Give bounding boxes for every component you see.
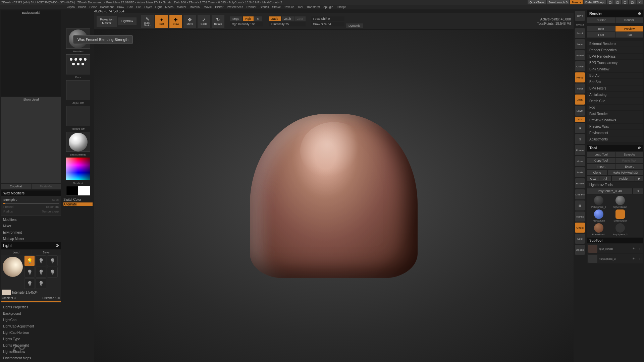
tool-thumb[interactable]: PolySphere_3 — [589, 196, 609, 208]
menu-render[interactable]: Render — [247, 5, 257, 9]
nav-button[interactable]: ◉ — [575, 123, 585, 133]
light-slot-4[interactable] — [24, 267, 35, 278]
paint-icon[interactable]: ▢ — [639, 257, 642, 260]
menu-stroke[interactable]: Stroke — [272, 5, 281, 9]
goz-r-button[interactable]: R — [635, 176, 643, 181]
light-slot-1[interactable] — [24, 255, 35, 266]
intensity-slider[interactable]: Intensity 1.54534 — [12, 291, 38, 294]
menu-material[interactable]: Material — [190, 5, 200, 9]
goz-button[interactable]: GoZ — [587, 176, 599, 181]
light-save-button[interactable]: Save — [32, 250, 61, 255]
pastemat-button[interactable]: PasteMat — [32, 184, 61, 189]
environment-item[interactable]: Environment — [587, 130, 643, 136]
menu-picker[interactable]: Picker — [215, 5, 223, 9]
window-close-icon[interactable]: ✕ — [637, 0, 643, 4]
light-direction-sphere[interactable] — [3, 257, 23, 277]
quick-sketch-button[interactable]: ✎Quick Sketch — [141, 15, 154, 28]
window-icon[interactable]: ▢ — [622, 0, 628, 4]
copy-tool-button[interactable]: Copy Tool — [587, 158, 615, 163]
tool-thumb[interactable]: SimpleBrush — [610, 209, 630, 222]
radius-slider[interactable]: Radius — [3, 210, 13, 213]
bpr-filters-item[interactable]: BPR Filters — [587, 85, 643, 91]
scale-view-button[interactable]: Scale — [575, 167, 585, 177]
matcap-maker-section[interactable]: Matcap Maker — [1, 236, 61, 242]
light-slot-6[interactable] — [47, 267, 58, 278]
menu-marker[interactable]: Marker — [177, 5, 186, 9]
menu-layer[interactable]: Layer — [144, 5, 152, 9]
modifiers-section[interactable]: Modifiers — [1, 217, 61, 223]
xpose-button[interactable]: Xpose — [575, 245, 585, 255]
floor-button[interactable]: Floor — [575, 83, 585, 94]
preview-shadows-item[interactable]: Preview Shadows — [587, 117, 643, 123]
render-button[interactable]: Render — [615, 17, 643, 23]
tool-thumb[interactable]: PolySphere_3 — [610, 223, 630, 236]
persp-button[interactable]: Persp — [575, 72, 585, 82]
scale-mode-button[interactable]: ⤢Scale — [198, 15, 210, 28]
menu-zplugin[interactable]: Zplugin — [323, 5, 333, 9]
mrgb-button[interactable]: Mrgb — [230, 16, 242, 21]
import-button[interactable]: Import — [587, 164, 615, 169]
rotate-view-button[interactable]: Rotate — [575, 178, 585, 188]
primary-color-swatch[interactable] — [78, 186, 90, 195]
export-button[interactable]: Export — [615, 164, 643, 169]
viewport-canvas[interactable] — [94, 30, 574, 362]
lightbox-button[interactable]: LightBox — [118, 17, 137, 25]
rgb-intensity-slider[interactable]: Rgb Intensity 100 — [230, 22, 263, 26]
fast-render-item[interactable]: Fast Render — [587, 111, 643, 117]
move-view-button[interactable]: Move — [575, 156, 585, 166]
external-renderer-item[interactable]: External Renderer — [587, 41, 643, 47]
menu-color[interactable]: Color — [90, 5, 97, 9]
texture-thumbnail[interactable] — [66, 106, 90, 126]
copymat-button[interactable]: CopyMat — [1, 184, 31, 189]
depth-cue-item[interactable]: Depth Cue — [587, 98, 643, 104]
light-slot-2[interactable] — [36, 255, 46, 266]
rotate-mode-button[interactable]: ↻Rotate — [212, 15, 224, 28]
scroll-button[interactable]: Scroll — [575, 28, 585, 38]
draw-size-slider[interactable]: Draw Size 64 — [311, 22, 344, 26]
paste-tool-button[interactable]: Paste Tool — [615, 158, 643, 163]
light-panel-header[interactable]: Light — [3, 243, 12, 248]
alpha-thumbnail[interactable] — [66, 80, 90, 100]
exponent-slider[interactable]: Exponent — [46, 205, 59, 208]
menu-tool[interactable]: Tool — [298, 5, 303, 9]
mixer-section[interactable]: Mixer — [1, 223, 61, 229]
bpr-transparency-item[interactable]: BPR Transparency — [587, 60, 643, 66]
make-polymesh-button[interactable]: Make PolyMesh3D — [608, 170, 643, 175]
ambient-slider[interactable]: Ambient 3 — [2, 296, 16, 300]
switch-color-button[interactable]: SwitchColor — [63, 198, 93, 201]
window-icon[interactable]: ▢ — [629, 0, 636, 4]
menu-movie[interactable]: Movie — [204, 5, 212, 9]
tool-r-button[interactable]: R — [633, 188, 643, 194]
tool-thumb[interactable]: AlphaBrush — [589, 209, 609, 222]
draw-mode-button[interactable]: ✚Draw — [169, 15, 182, 28]
subtool-header[interactable]: SubTool — [587, 238, 643, 243]
zsub-button[interactable]: Zsub — [282, 16, 294, 21]
local-button[interactable]: Local — [575, 95, 585, 105]
pin-icon[interactable]: ⊙ — [638, 11, 641, 16]
lsym-button[interactable]: LSym — [575, 106, 585, 116]
lightcap-item[interactable]: LightCap — [1, 317, 61, 323]
flat-button[interactable]: Flat — [615, 32, 643, 38]
clone-button[interactable]: Clone — [587, 170, 607, 175]
bpr-ao-item[interactable]: Bpr Ao — [587, 73, 643, 78]
secondary-color-swatch[interactable] — [66, 186, 78, 195]
best-button[interactable]: Best — [587, 26, 615, 32]
actual-button[interactable]: Actual — [575, 50, 585, 60]
m-button[interactable]: M — [254, 16, 262, 21]
menu-document[interactable]: Document — [100, 5, 114, 9]
preview-button[interactable]: Preview — [615, 26, 643, 32]
bpr-sss-item[interactable]: Bpr Sss — [587, 79, 643, 85]
light-slot-7[interactable] — [24, 278, 35, 289]
ghost-button[interactable]: Ghost — [575, 223, 585, 233]
menu-brush[interactable]: Brush — [78, 5, 86, 9]
material-thumbnail[interactable] — [66, 132, 90, 152]
light-slot-3[interactable] — [47, 255, 58, 266]
bpr-shadow-item[interactable]: BPR Shadow — [587, 66, 643, 72]
environment-section[interactable]: Environment — [1, 230, 61, 235]
projection-master-button[interactable]: Projection Master — [97, 16, 117, 27]
tool-thumb[interactable]: EraserBrush — [589, 223, 609, 236]
dynamic-button[interactable]: Dynamic — [346, 23, 363, 28]
save-as-button[interactable]: Save As — [615, 152, 643, 157]
environment-maps-item[interactable]: Environment Maps — [1, 355, 61, 361]
menu-light[interactable]: Light — [155, 5, 162, 9]
